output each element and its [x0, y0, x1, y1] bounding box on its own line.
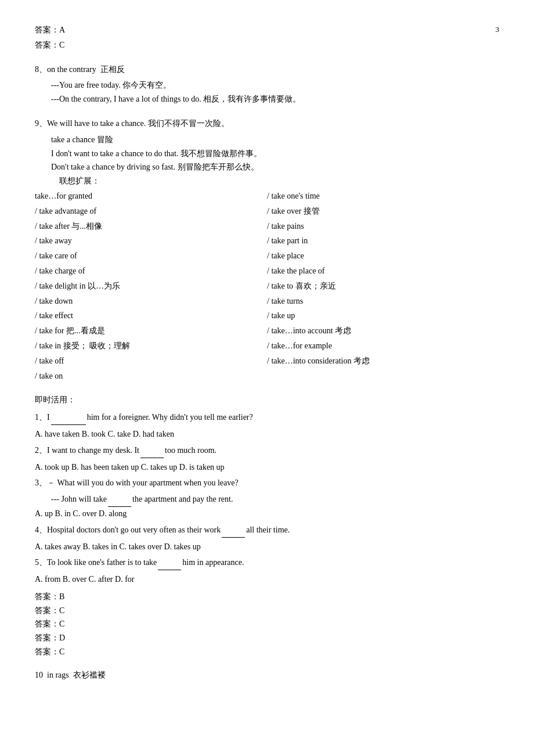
exercise-2-text: I want to change my desk. It [47, 446, 139, 455]
phrase-left-3: / take away [35, 234, 267, 248]
exercise-5-after: him in appearance. [182, 558, 244, 567]
phrase-row-8: / take effect / take up [35, 309, 499, 323]
exercise-4: 4、Hospital doctors don't go out very oft… [35, 523, 499, 538]
exercise-3-sub: --- John will take the apartment and pay… [51, 492, 499, 507]
section-9-title: 9、We will have to take a chance. 我们不得不冒一… [35, 117, 499, 131]
phrase-right-2: / take pains [267, 219, 499, 233]
section-10-translation: 衣衫褴褛 [73, 671, 106, 679]
exercise-4-num: 4、 [35, 525, 47, 534]
practice-answer-1: 答案：B [35, 590, 499, 604]
section-10: 10 in rags 衣衫褴褛 [35, 668, 499, 682]
phrase-right-8: / take up [267, 309, 499, 323]
phrase-right-12 [267, 369, 499, 383]
exercise-1-options: A. have taken B. took C. take D. had tak… [35, 427, 499, 441]
exercise-1-num: 1、 [35, 413, 47, 422]
phrase-row-7: / take down / take turns [35, 294, 499, 308]
section-9-sub-ex-1: I don't want to take a chance to do that… [51, 147, 499, 161]
exercise-4-text: Hospital doctors don't go out very often… [47, 525, 221, 534]
phrase-right-4: / take place [267, 249, 499, 263]
phrase-right-9: / take…into account 考虑 [267, 324, 499, 338]
phrase-row-0: take…for granted / take one's time [35, 189, 499, 203]
exercise-5-text: To look like one's father is to take [47, 558, 157, 567]
phrase-left-2: / take after 与...相像 [35, 219, 267, 233]
exercise-3: 3、－ What will you do with your apartment… [35, 476, 499, 490]
answer-a: 答案：A [35, 23, 499, 37]
phrase-left-1: / take advantage of [35, 204, 267, 218]
practice-section: 即时活用： 1、I him for a foreigner. Why didn'… [35, 393, 499, 659]
phrase-row-1: / take advantage of / take over 接管 [35, 204, 499, 218]
phrase-row-12: / take on [35, 369, 499, 383]
section-9-main: We will have to take a chance. 我们不得不冒一次险… [47, 119, 229, 128]
phrase-left-8: / take effect [35, 309, 267, 323]
phrase-left-12: / take on [35, 369, 267, 383]
phrase-list: take…for granted / take one's time / tak… [35, 189, 499, 383]
exercise-3-blank [108, 492, 131, 507]
phrase-left-6: / take delight in 以…为乐 [35, 279, 267, 293]
phrase-row-10: / take in 接受； 吸收；理解 / take…for example [35, 339, 499, 353]
exercise-5-blank [158, 556, 181, 570]
page-number: 3 [496, 23, 500, 36]
phrase-row-3: / take away / take part in [35, 234, 499, 248]
section-8: 8、on the contrary 正相反 ---You are free to… [35, 63, 499, 106]
phrase-right-11: / take…into consideration 考虑 [267, 354, 499, 368]
practice-answer-5: 答案：C [35, 645, 499, 659]
phrase-left-11: / take off [35, 354, 267, 368]
section-8-title: 8、on the contrary 正相反 [35, 63, 499, 77]
exercise-1-blank [51, 411, 86, 425]
phrase-right-7: / take turns [267, 294, 499, 308]
exercise-1-after: him for a foreigner. Why didn't you tell… [87, 413, 253, 422]
exercise-1: 1、I him for a foreigner. Why didn't you … [35, 411, 499, 425]
exercise-4-blank [222, 523, 245, 538]
section-8-phrase: on the contrary [47, 65, 96, 74]
section-9-sub-ex-2: Don't take a chance by driving so fast. … [51, 160, 499, 174]
phrase-left-9: / take for 把...看成是 [35, 324, 267, 338]
exercise-2-options: A. took up B. has been taken up C. takes… [35, 460, 499, 474]
phrase-row-4: / take care of / take place [35, 249, 499, 263]
exercise-3-sub-text: --- John will take [51, 495, 107, 503]
phrase-right-3: / take part in [267, 234, 499, 248]
phrase-row-6: / take delight in 以…为乐 / take to 喜欢；亲近 [35, 279, 499, 293]
phrase-right-10: / take…for example [267, 339, 499, 353]
section-10-number: 10 [35, 671, 47, 679]
phrase-left-5: / take charge of [35, 264, 267, 278]
exercise-3-options: A. up B. in C. over D. along [35, 507, 499, 521]
section-9-number: 9、 [35, 119, 47, 128]
exercise-3-after: the apartment and pay the rent. [132, 495, 233, 503]
phrase-row-5: / take charge of / take the place of [35, 264, 499, 278]
section-8-number: 8、 [35, 65, 47, 74]
section-9: 9、We will have to take a chance. 我们不得不冒一… [35, 117, 499, 383]
exercise-2-num: 2、 [35, 446, 47, 455]
phrase-right-5: / take the place of [267, 264, 499, 278]
top-answers: 答案：A 答案：C [35, 23, 499, 52]
section-10-phrase: in rags [47, 671, 69, 679]
section-8-example-2: ---On the contrary, I have a lot of thin… [51, 92, 499, 106]
practice-label: 即时活用： [35, 393, 499, 407]
section-8-translation: 正相反 [100, 65, 125, 74]
exercise-2-blank [140, 444, 164, 458]
exercise-5-num: 5、 [35, 558, 47, 567]
phrase-row-11: / take off / take…into consideration 考虑 [35, 354, 499, 368]
practice-answers: 答案：B 答案：C 答案：C 答案：D 答案：C [35, 590, 499, 659]
phrase-left-7: / take down [35, 294, 267, 308]
exercise-4-options: A. takes away B. takes in C. takes over … [35, 540, 499, 554]
phrase-row-2: / take after 与...相像 / take pains [35, 219, 499, 233]
exercise-1-text: I [47, 413, 50, 422]
page-content: 3 答案：A 答案：C 8、on the contrary 正相反 ---You… [35, 23, 499, 682]
phrase-left-10: / take in 接受； 吸收；理解 [35, 339, 267, 353]
phrase-left-4: / take care of [35, 249, 267, 263]
phrase-right-6: / take to 喜欢；亲近 [267, 279, 499, 293]
exercise-3-text: － What will you do with your apartment w… [47, 478, 239, 487]
exercise-2: 2、I want to change my desk. It too much … [35, 444, 499, 458]
section-8-example-1: ---You are free today. 你今天有空。 [51, 78, 499, 92]
phrase-row-9: / take for 把...看成是 / take…into account 考… [35, 324, 499, 338]
exercise-5: 5、To look like one's father is to take h… [35, 556, 499, 570]
phrase-right-1: / take over 接管 [267, 204, 499, 218]
exercise-3-num: 3、 [35, 478, 47, 487]
practice-answer-2: 答案：C [35, 604, 499, 618]
practice-answer-4: 答案：D [35, 631, 499, 645]
answer-c: 答案：C [35, 38, 499, 52]
phrase-left-0: take…for granted [35, 189, 267, 203]
section-9-subphrase: take a chance 冒险 [51, 133, 499, 147]
exercise-2-after: too much room. [165, 446, 217, 455]
practice-answer-3: 答案：C [35, 617, 499, 631]
